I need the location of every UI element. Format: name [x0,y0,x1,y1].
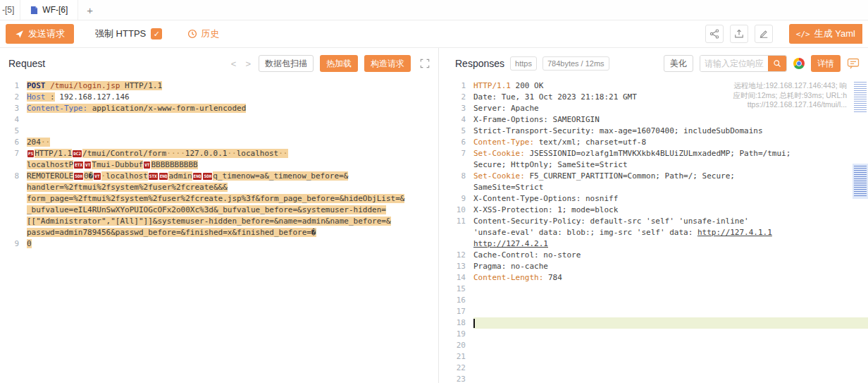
code-token: 784 [543,273,562,282]
request-title: Request [8,58,45,69]
editor-line[interactable]: 15 [447,284,868,295]
editor-line[interactable]: 90 [0,238,438,250]
hot-reload-button[interactable]: 热加载 [320,55,358,72]
editor-line[interactable]: http://127.4.2.1 [447,238,868,250]
force-https-label: 强制 HTTPS [95,28,146,40]
add-tab-button[interactable]: + [87,4,93,16]
editor-line[interactable]: 13Pragma: no-cache [447,261,868,272]
code-token: 0 [27,239,32,248]
editor-line[interactable]: 5 [0,126,438,137]
editor-line[interactable]: 6Content-Type: text/xml; charset=utf-8 [447,137,868,148]
line-number: 9 [0,238,27,250]
construct-request-button[interactable]: 构造请求 [364,55,411,72]
minimap-highlight-block [852,164,868,199]
line-number: 3 [447,103,473,114]
editor-line[interactable]: 3Server: Apache [447,103,868,114]
generate-yaml-button[interactable]: </> 生成 Yaml [789,24,862,44]
code-token: 192.168.127.146 [55,92,130,102]
editor-line[interactable]: 22 [447,363,868,374]
editor-line[interactable]: 2Date: Tue, 31 Oct 2023 21:18:21 GMT [447,92,868,103]
open-in-chrome-icon[interactable] [793,58,805,69]
fullscreen-icon[interactable] [420,59,430,68]
editor-line[interactable]: 23 [447,374,868,383]
search-icon[interactable] [768,55,786,72]
details-button[interactable]: 详情 [811,55,841,72]
line-number: 11 [447,216,473,227]
editor-line[interactable]: 2Host : 192.168.127.146 [0,92,438,103]
editor-line[interactable]: 19 [447,329,868,340]
tab-label: -[5] [2,5,14,15]
editor-line[interactable]: SameSite=Strict [447,182,868,193]
edit-button[interactable] [755,25,773,43]
line-number: 3 [0,103,27,114]
editor-line[interactable]: 8REMOTEROLESOH0�VT·localhostSTXENQadminE… [0,171,438,182]
editor-line[interactable]: 'unsafe-eval' data: blob:; img-src 'self… [447,227,868,238]
code-line-text: [["Administrator","[All]"]]&systemuser-h… [27,216,438,227]
line-number: 1 [0,80,27,92]
share-button[interactable] [705,25,724,43]
editor-line[interactable]: _bufvalue=eIL4RUnSwXYoPUIOGcOFx2o00Xc%3d… [0,205,438,216]
history-button[interactable]: 历史 [187,28,219,40]
chevron-left-icon[interactable]: < [230,59,238,69]
editor-line[interactable]: passwd=admin789456&passwd_before=&finish… [0,227,438,238]
beautify-button[interactable]: 美化 [664,55,693,72]
code-token: HTTP/1.1 [35,149,72,158]
code-token: Content-Length: [473,273,543,282]
editor-line[interactable]: 1HTTP/1.1 200 OK [447,80,868,92]
editor-line[interactable]: 12Cache-Control: no-store [447,250,868,261]
code-token: POST [27,81,50,90]
editor-line[interactable]: 10X-XSS-Protection: 1; mode=block [447,205,868,216]
editor-line[interactable]: Secure; HttpOnly; SameSite=Strict [447,159,868,171]
editor-line[interactable]: 1POST /tmui/login.jsp HTTP/1.1 [0,80,438,92]
line-number: 5 [0,126,27,137]
line-number: 9 [447,193,473,205]
editor-line[interactable]: [["Administrator","[All]"]]&systemuser-h… [0,216,438,227]
code-line-text: SameSite=Strict [473,182,868,193]
editor-line[interactable]: 17 [447,306,868,317]
editor-line[interactable]: 18 [447,317,868,329]
control-char: VT [144,162,150,169]
code-token: text/xml; charset=utf-8 [534,138,646,147]
line-number [447,159,473,171]
code-line-text: X-XSS-Protection: 1; mode=block [473,205,868,216]
editor-line[interactable]: localhostPETXVTTmui-DubbufVTBBBBBBBBBB [0,159,438,171]
editor-line[interactable]: 14Content-Length: 784 [447,272,868,284]
line-number [0,205,27,216]
response-editor[interactable]: 远程地址:192.168.127.146:443; 响 应时间:12ms; 总耗… [447,79,868,383]
export-button[interactable] [730,25,748,43]
editor-line[interactable]: 3Content-Type: application/x-www-form-ur… [0,103,438,114]
packet-scan-button[interactable]: 数据包扫描 [259,55,314,72]
code-token: : [46,92,55,102]
editor-line[interactable]: 20 [447,340,868,351]
editor-line[interactable]: 6204·· [0,137,438,148]
tab-webfuzzer-active[interactable]: WF-[6] [20,0,78,20]
code-line-text [473,351,868,363]
editor-line[interactable]: form_page=%2ftmui%2fsystem%2fuser%2fcrea… [0,193,438,205]
editor-line[interactable]: 7Set-Cookie: JSESSIONID=ozlafg1mTMVKXkbk… [447,148,868,159]
editor-line[interactable]: 21 [447,351,868,363]
editor-line[interactable]: handler=%2ftmui%2fsystem%2fuser%2fcreate… [0,182,438,193]
chevron-right-icon[interactable]: > [244,59,252,69]
send-request-button[interactable]: 发送请求 [6,24,74,44]
editor-line[interactable]: 11Content-Security-Policy: default-src '… [447,216,868,227]
panel-splitter[interactable] [438,48,447,383]
line-number: 18 [447,317,473,329]
response-search-input[interactable] [700,56,768,71]
feedback-chat-icon[interactable] [847,57,860,70]
code-line-text: passwd=admin789456&passwd_before=&finish… [27,227,438,238]
editor-line[interactable]: 8Set-Cookie: F5_CURRENT_PARTITION=Common… [447,171,868,182]
control-char: VT [94,173,100,180]
editor-line[interactable]: 9X-Content-Type-Options: nosniff [447,193,868,205]
editor-line[interactable]: 5Strict-Transport-Security: max-age=1607… [447,126,868,137]
editor-line[interactable]: 4 [0,114,438,126]
editor-line[interactable]: 16 [447,295,868,306]
line-number: 7 [447,148,473,159]
request-editor[interactable]: 1POST /tmui/login.jsp HTTP/1.12Host : 19… [0,79,438,383]
editor-line[interactable]: 4X-Frame-Options: SAMEORIGIN [447,114,868,126]
editor-minimap[interactable] [852,79,868,383]
code-line-text: 'unsafe-eval' data: blob:; img-src 'self… [473,227,868,238]
code-line-text: http://127.4.2.1 [473,238,868,250]
editor-line[interactable]: 7FSHTTP/1.1DC2/tmui/Control/form····127.… [0,148,438,159]
tab-previous[interactable]: -[5] [0,0,20,20]
force-https-checkbox[interactable]: ✓ [151,28,162,39]
